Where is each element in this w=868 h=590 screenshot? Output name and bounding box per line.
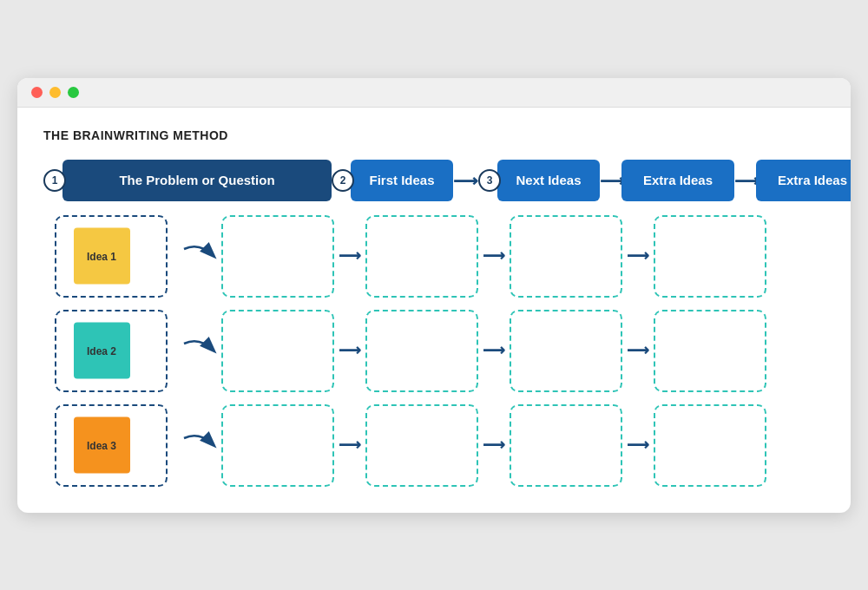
minimize-button[interactable] — [49, 87, 61, 98]
badge-1: 1 — [43, 169, 66, 192]
sticky-idea2: Idea 2 — [74, 323, 130, 379]
arrow-1: ⟶ — [453, 170, 478, 191]
idea1-best-box — [654, 215, 766, 298]
maximize-button[interactable] — [68, 87, 79, 98]
app-window: THE BRAINWRITING METHOD 1 The Problem or… — [17, 78, 851, 513]
titlebar — [17, 78, 851, 108]
idea3-extra1-box — [365, 404, 478, 487]
idea1-extra2-box — [510, 215, 622, 298]
straight-arrow-2a: ⟶ — [334, 341, 365, 360]
close-button[interactable] — [31, 87, 43, 98]
straight-arrow-2b: ⟶ — [478, 341, 510, 360]
idea2-best-box — [654, 310, 766, 392]
straight-arrow-3b: ⟶ — [478, 436, 510, 455]
idea1-first-box: Idea 1 — [55, 215, 168, 298]
idea3-first-box: Idea 3 — [55, 404, 168, 487]
extra1-box: Extra Ideas — [621, 160, 734, 201]
table-row: Idea 2 — [43, 310, 825, 392]
grid-section: Idea 1 — [43, 215, 825, 487]
extra2-box: Extra Ideas — [756, 160, 851, 201]
idea2-next-box — [221, 310, 334, 392]
idea2-first-box: Idea 2 — [55, 310, 168, 392]
problem-box: The Problem or Question — [62, 160, 332, 201]
table-row: Idea 3 — [43, 404, 825, 487]
straight-arrow-3c: ⟶ — [622, 436, 654, 455]
first-ideas-col: 2 First Ideas — [332, 160, 453, 201]
extra2-col: Extra Ideas — [760, 160, 851, 201]
idea2-extra1-box — [365, 310, 478, 392]
sticky-idea1: Idea 1 — [74, 228, 130, 285]
curved-arrow-3 — [178, 431, 221, 459]
idea3-extra2-box — [510, 404, 622, 487]
problem-col: 1 The Problem or Question — [43, 160, 332, 201]
main-content: THE BRAINWRITING METHOD 1 The Problem or… — [17, 108, 851, 513]
page-title: THE BRAINWRITING METHOD — [43, 128, 825, 142]
next-ideas-col: 3 Next Ideas — [478, 160, 600, 201]
next-ideas-box: Next Ideas — [497, 160, 600, 201]
table-row: Idea 1 — [43, 215, 825, 298]
straight-arrow-1a: ⟶ — [334, 246, 365, 266]
idea2-extra2-box — [510, 310, 622, 392]
idea3-next-box — [221, 404, 334, 487]
sticky-idea3: Idea 3 — [74, 417, 130, 474]
idea1-next-box — [221, 215, 334, 298]
straight-arrow-2c: ⟶ — [622, 341, 654, 360]
straight-arrow-1b: ⟶ — [478, 246, 510, 266]
badge-2: 2 — [332, 169, 354, 192]
idea1-extra1-box — [365, 215, 478, 298]
straight-arrow-3a: ⟶ — [334, 436, 365, 455]
idea3-best-box — [654, 404, 766, 487]
header-section: 1 The Problem or Question 2 First Ideas … — [43, 160, 825, 201]
extra1-col: Extra Ideas — [625, 160, 734, 201]
curved-arrow-2 — [178, 337, 221, 364]
curved-arrow-1 — [178, 242, 221, 270]
first-ideas-box: First Ideas — [351, 160, 453, 201]
straight-arrow-1c: ⟶ — [622, 246, 654, 266]
badge-3: 3 — [478, 169, 501, 192]
